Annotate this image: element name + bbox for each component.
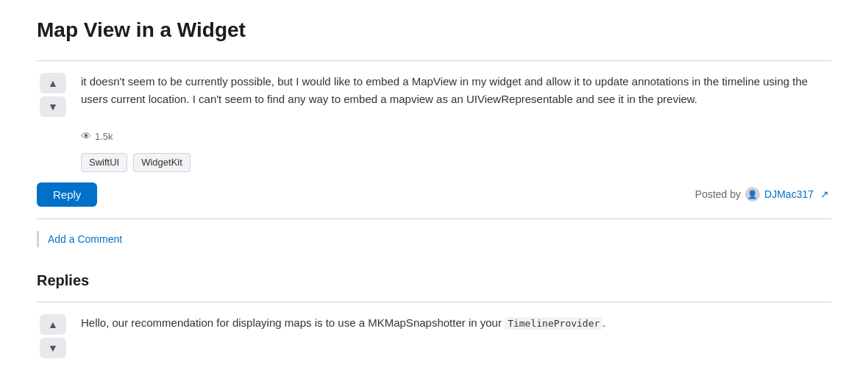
- posted-by: Posted by 👤 DJMac317 ↗: [695, 187, 831, 202]
- vote-column: ▲ ▼: [37, 73, 69, 117]
- divider-replies: [37, 302, 831, 302]
- reply-down-arrow-icon: ▼: [48, 342, 58, 354]
- user-icon: 👤: [745, 187, 760, 202]
- down-arrow-icon: ▼: [48, 101, 58, 113]
- divider-top: [37, 60, 831, 61]
- replies-title: Replies: [37, 269, 831, 291]
- view-count-value: 1.5k: [95, 129, 113, 144]
- reply-text-post: .: [602, 316, 605, 329]
- post-body: it doesn't seem to be currently possible…: [81, 73, 831, 117]
- add-comment-row: Add a Comment: [37, 231, 831, 248]
- actions-row: Reply Posted by 👤 DJMac317 ↗: [37, 182, 831, 207]
- divider-mid: [37, 219, 831, 219]
- post-section: ▲ ▼ it doesn't seem to be currently poss…: [37, 73, 831, 117]
- tag-swiftui[interactable]: SwiftUI: [81, 153, 127, 172]
- reply-up-arrow-icon: ▲: [48, 319, 58, 330]
- username-link[interactable]: DJMac317: [764, 187, 814, 202]
- share-icon[interactable]: ↗: [818, 188, 831, 201]
- tags-row: SwiftUI WidgetKit: [37, 153, 831, 172]
- tag-widgetkit[interactable]: WidgetKit: [133, 153, 191, 172]
- reply-vote-column: ▲ ▼: [37, 314, 69, 358]
- reply-body: Hello, our recommendation for displaying…: [81, 314, 831, 358]
- downvote-button[interactable]: ▼: [40, 96, 66, 117]
- view-count-row: 👁 1.5k: [37, 129, 831, 144]
- page-container: Map View in a Widget ▲ ▼ it doesn't seem…: [15, 0, 853, 373]
- reply-upvote-button[interactable]: ▲: [40, 314, 66, 335]
- replies-section: Replies ▲ ▼ Hello, our recommendation fo…: [37, 269, 831, 358]
- reply-text-pre: Hello, our recommendation for displaying…: [81, 316, 505, 329]
- add-comment-link[interactable]: Add a Comment: [48, 233, 122, 245]
- posted-by-label: Posted by: [695, 187, 741, 202]
- reply-code: TimelineProvider: [505, 317, 602, 330]
- eye-icon: 👁: [81, 129, 91, 144]
- reply-item: ▲ ▼ Hello, our recommendation for displa…: [37, 314, 831, 358]
- reply-button[interactable]: Reply: [37, 182, 97, 207]
- up-arrow-icon: ▲: [48, 77, 58, 89]
- page-title: Map View in a Widget: [37, 15, 831, 46]
- user-glyph: 👤: [747, 188, 758, 201]
- reply-downvote-button[interactable]: ▼: [40, 338, 66, 358]
- upvote-button[interactable]: ▲: [40, 73, 66, 93]
